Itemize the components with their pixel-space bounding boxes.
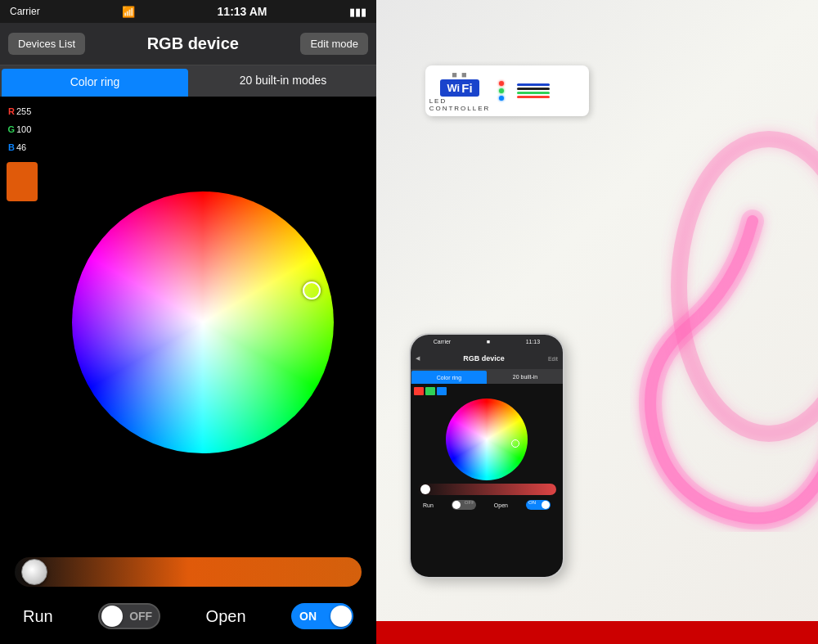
wheel-cursor (303, 281, 321, 299)
r-label: R (3, 106, 15, 116)
mini-open-label: Open (494, 502, 508, 508)
battery-icon: ▮▮▮ (349, 6, 366, 18)
bottom-controls: Run OFF Open ON (0, 547, 376, 644)
mini-r-swatch (414, 387, 424, 395)
page-title: RGB device (147, 34, 239, 53)
r-row: R 255 (3, 103, 34, 119)
toggle-off-label: OFF (129, 610, 152, 623)
mini-title: RGB device (463, 354, 505, 363)
r-value: 255 (16, 106, 31, 116)
brightness-slider[interactable] (15, 557, 362, 587)
mini-tab-builtin: 20 built-in (488, 369, 563, 384)
edit-mode-button[interactable]: Edit mode (300, 33, 368, 55)
mini-tabs: Color ring 20 built-in (411, 369, 563, 384)
photo-panel: ■ ■ Wi Fi LED CONTROLLER (376, 0, 818, 644)
mini-tab-color: Color ring (411, 371, 487, 384)
mini-g-swatch (425, 387, 435, 395)
b-label: B (3, 142, 15, 152)
color-area: R 255 G 100 B 46 (0, 97, 376, 547)
mini-color-wheel (446, 399, 528, 480)
slider-thumb (21, 559, 47, 585)
mini-edit: Edit (548, 356, 558, 362)
mini-cursor (511, 439, 519, 448)
mini-on-knob (542, 501, 550, 509)
toggle-off-knob (101, 606, 123, 627)
mini-run-toggle: OFF (452, 500, 476, 510)
tab-bar: Color ring 20 built-in modes (0, 65, 376, 97)
mini-back: ◀ (416, 355, 420, 362)
nav-bar: Devices List RGB device Edit mode (0, 23, 376, 65)
run-open-row: Run OFF Open ON (15, 603, 362, 629)
mini-body: Run OFF Open ON (411, 384, 563, 577)
mini-run-label: Run (423, 502, 434, 508)
toggle-on-knob (330, 606, 352, 627)
devices-list-button[interactable]: Devices List (8, 33, 85, 55)
mini-b-swatch (437, 387, 447, 395)
mini-off-label: OFF (465, 500, 474, 505)
color-swatch (7, 162, 38, 201)
g-row: G 100 (3, 121, 34, 137)
rgb-sidebar: R 255 G 100 B 46 (0, 97, 38, 547)
open-toggle[interactable]: ON (291, 603, 353, 629)
time-label: 11:13 AM (218, 5, 267, 18)
status-bar: Carrier 📶 11:13 AM ▮▮▮ (0, 0, 376, 23)
wifi-controller: ■ ■ Wi Fi LED CONTROLLER (425, 65, 589, 116)
mini-slider-thumb (420, 484, 430, 494)
g-value: 100 (16, 124, 31, 134)
open-label: Open (206, 607, 246, 626)
mini-time: 11:13 (526, 339, 541, 345)
b-row: B 46 (3, 139, 34, 155)
mini-nav-bar: ◀ RGB device Edit (411, 348, 563, 369)
b-value: 46 (16, 142, 26, 152)
tab-builtin-modes[interactable]: 20 built-in modes (190, 65, 376, 97)
bottom-red-bar (376, 621, 818, 644)
wheel-container (38, 97, 376, 547)
run-label: Run (23, 607, 53, 626)
carrier-label: Carrier (10, 6, 40, 17)
phone-panel: Carrier 📶 11:13 AM ▮▮▮ Devices List RGB … (0, 0, 376, 644)
run-toggle[interactable]: OFF (98, 603, 160, 629)
mini-brightness-slider (417, 484, 555, 495)
mini-open-toggle: ON (526, 500, 551, 510)
mini-rgb-row (414, 387, 447, 395)
mini-run-row: Run OFF Open ON (414, 498, 560, 511)
toggle-on-label: ON (299, 610, 317, 623)
tab-color-ring[interactable]: Color ring (2, 69, 188, 97)
mini-carrier: Carrier (434, 339, 451, 345)
wifi-icon: 📶 (122, 6, 135, 18)
mini-wifi: ■ (487, 339, 490, 345)
color-wheel[interactable] (72, 191, 334, 453)
g-label: G (3, 124, 15, 134)
mini-on-label: ON (528, 500, 536, 505)
phone-right: Carrier ■ 11:13 ◀ RGB device Edit Color … (409, 333, 564, 579)
mini-off-knob (452, 501, 461, 509)
mini-status-bar: Carrier ■ 11:13 (411, 335, 563, 348)
